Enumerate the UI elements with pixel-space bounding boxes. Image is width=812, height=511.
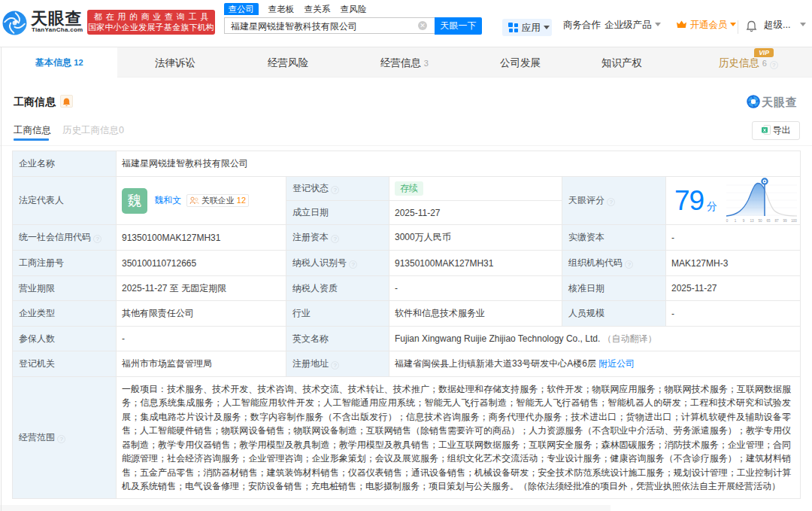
svg-text:1: 1 xyxy=(735,219,737,223)
svg-text:65: 65 xyxy=(766,219,771,223)
svg-text:9: 9 xyxy=(743,219,745,223)
svg-text:99: 99 xyxy=(783,219,787,223)
svg-text:100: 100 xyxy=(791,219,797,223)
svg-text:87: 87 xyxy=(774,219,779,223)
svg-text:50: 50 xyxy=(758,219,762,223)
svg-text:0: 0 xyxy=(726,219,729,223)
svg-text:13: 13 xyxy=(750,219,754,223)
